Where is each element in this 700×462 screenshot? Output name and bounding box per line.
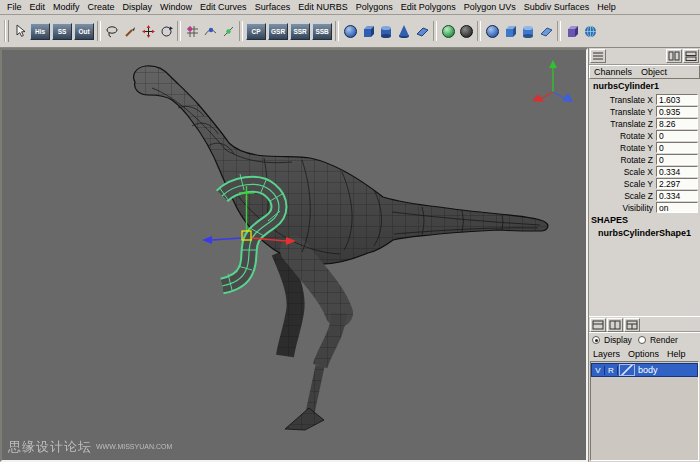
list-view-icon[interactable]: [590, 49, 606, 63]
render-radio-label: Render: [650, 335, 678, 345]
channels-menu[interactable]: Channels: [594, 67, 632, 77]
channel-value-input[interactable]: [656, 106, 698, 117]
channel-value-input[interactable]: [656, 130, 698, 141]
snap-grid-icon[interactable]: [183, 23, 201, 40]
paint-select-tool-icon[interactable]: [121, 23, 139, 40]
layer-help-menu[interactable]: Help: [667, 349, 686, 359]
poly-cylinder-icon[interactable]: [519, 23, 537, 40]
layer-color-swatch[interactable]: [619, 364, 635, 376]
channel-value-input[interactable]: [656, 178, 698, 189]
menu-modify[interactable]: Modify: [49, 1, 84, 13]
nurbs-cone-icon[interactable]: [395, 23, 413, 40]
nurbs-cylinder-icon[interactable]: [377, 23, 395, 40]
subdiv-cube-icon[interactable]: [563, 23, 581, 40]
nurbs-cube-icon[interactable]: [359, 23, 377, 40]
menu-polygons[interactable]: Polygons: [352, 1, 397, 13]
menu-file[interactable]: File: [3, 1, 26, 13]
poly-cube-icon[interactable]: [501, 23, 519, 40]
channel-row: Translate Y: [591, 106, 698, 117]
layer-row-body[interactable]: V R body: [591, 363, 698, 377]
ssr-button[interactable]: SSR: [290, 23, 310, 40]
snap-point-icon[interactable]: [219, 23, 237, 40]
smooth-shade-button[interactable]: SS: [52, 23, 72, 40]
wireframe-mesh: [2, 50, 586, 460]
channel-label: Translate Y: [591, 107, 656, 117]
object-menu[interactable]: Object: [641, 67, 667, 77]
menu-display[interactable]: Display: [119, 1, 157, 13]
channel-value-input[interactable]: [656, 118, 698, 129]
layer-name[interactable]: body: [636, 365, 658, 375]
construction-history-icon[interactable]: [457, 23, 475, 40]
move-tool-icon[interactable]: [139, 23, 157, 40]
menu-surfaces[interactable]: Surfaces: [251, 1, 295, 13]
nurbs-plane-icon[interactable]: [413, 23, 431, 40]
ssb-button[interactable]: SSB: [312, 23, 332, 40]
right-panel: Channels Object nurbsCylinder1 Translate…: [588, 48, 700, 462]
menu-bar: File Edit Modify Create Display Window E…: [0, 0, 700, 15]
channel-label: Visibility: [591, 203, 656, 213]
menu-polygon-uvs[interactable]: Polygon UVs: [460, 1, 520, 13]
layer-editor-menubar: Layers Options Help: [589, 347, 700, 360]
rotate-tool-icon[interactable]: [157, 23, 175, 40]
history-button[interactable]: His: [30, 23, 50, 40]
channel-row: Translate Z: [591, 118, 698, 129]
channel-row: Rotate Y: [591, 142, 698, 153]
layer-renderable-toggle[interactable]: R: [605, 366, 618, 375]
channel-value-input[interactable]: [656, 154, 698, 165]
channel-value-input[interactable]: [656, 190, 698, 201]
lasso-tool-icon[interactable]: [103, 23, 121, 40]
menu-create[interactable]: Create: [84, 1, 119, 13]
menu-edit-curves[interactable]: Edit Curves: [196, 1, 251, 13]
render-radio[interactable]: [638, 336, 646, 344]
layer-tab-icon[interactable]: [607, 318, 623, 332]
channel-label: Translate Z: [591, 119, 656, 129]
render-globe-icon[interactable]: [581, 23, 599, 40]
layer-tab-icon[interactable]: [624, 318, 640, 332]
menu-help[interactable]: Help: [593, 1, 620, 13]
show-layer-editor-icon[interactable]: [683, 49, 699, 63]
main-area: 思缘设计论坛WWW.MISSYUAN.COM Channels Object: [0, 48, 700, 462]
poly-plane-icon[interactable]: [537, 23, 555, 40]
menu-edit-polygons[interactable]: Edit Polygons: [397, 1, 460, 13]
nurbs-sphere-icon[interactable]: [341, 23, 359, 40]
viewport-canvas[interactable]: [2, 50, 586, 460]
panel-filler: [589, 241, 700, 316]
layers-menu[interactable]: Layers: [593, 349, 620, 359]
channel-label: Scale X: [591, 167, 656, 177]
menu-window[interactable]: Window: [156, 1, 196, 13]
channel-row: Rotate X: [591, 130, 698, 141]
channel-box-object-name[interactable]: nurbsCylinder1: [591, 81, 698, 94]
toolbar-separator: [239, 21, 243, 41]
perspective-viewport[interactable]: 思缘设计论坛WWW.MISSYUAN.COM: [0, 48, 588, 462]
channel-label: Translate X: [591, 95, 656, 105]
channel-value-input[interactable]: [656, 166, 698, 177]
make-live-icon[interactable]: [439, 23, 457, 40]
channel-value-input[interactable]: [656, 202, 698, 213]
shape-name[interactable]: nurbsCylinderShape1: [591, 228, 698, 241]
toolbar-grip[interactable]: [4, 20, 9, 42]
options-menu[interactable]: Options: [628, 349, 659, 359]
channel-value-input[interactable]: [656, 94, 698, 105]
snap-curve-icon[interactable]: [201, 23, 219, 40]
layer-tab-icon[interactable]: [590, 318, 606, 332]
menu-edit[interactable]: Edit: [26, 1, 50, 13]
menu-subdiv-surfaces[interactable]: Subdiv Surfaces: [520, 1, 594, 13]
cp-button[interactable]: CP: [246, 23, 266, 40]
toolbar-separator: [433, 21, 437, 41]
watermark-site-url: WWW.MISSYUAN.COM: [96, 443, 172, 450]
display-radio[interactable]: [592, 336, 600, 344]
poly-sphere-icon[interactable]: [483, 23, 501, 40]
display-radio-label: Display: [604, 335, 632, 345]
watermark-site-name: 思缘设计论坛: [8, 439, 92, 454]
outliner-button[interactable]: Out: [74, 23, 94, 40]
gsr-button[interactable]: GSR: [268, 23, 288, 40]
show-channel-box-icon[interactable]: [666, 49, 682, 63]
channel-box: nurbsCylinder1 Translate X Translate Y T…: [589, 79, 700, 241]
channel-row: Translate X: [591, 94, 698, 105]
menu-edit-nurbs[interactable]: Edit NURBS: [294, 1, 352, 13]
layer-list[interactable]: V R body: [590, 361, 699, 461]
channel-value-input[interactable]: [656, 142, 698, 153]
select-tool-icon[interactable]: [11, 23, 29, 40]
layer-visibility-toggle[interactable]: V: [592, 366, 605, 375]
toolbar-separator: [97, 21, 101, 41]
